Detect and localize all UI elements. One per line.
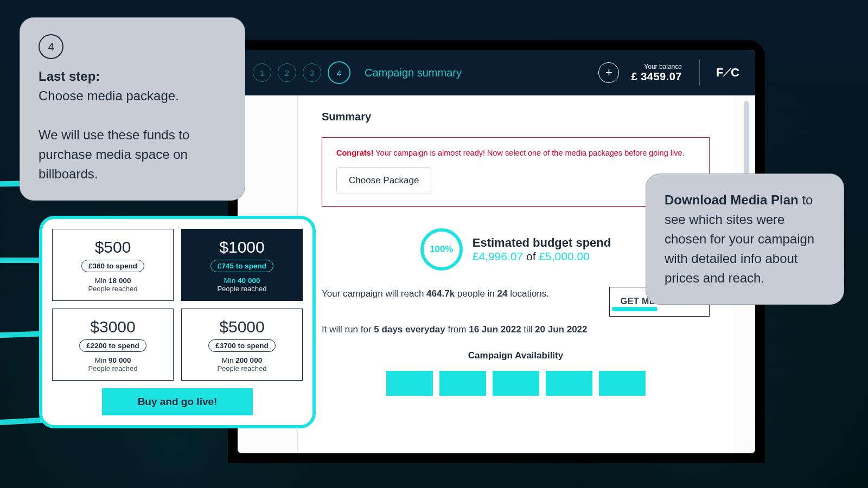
package-reach: Min 90 000 xyxy=(57,356,169,364)
budget-title: Estimated budget spend xyxy=(473,236,611,250)
budget-text: Estimated budget spend £4,996.07 of £5,0… xyxy=(473,236,611,263)
package-option-500[interactable]: $500 £360 to spend Min 18 000 People rea… xyxy=(52,229,174,301)
alert-text: Congrats! Your campaign is almost ready!… xyxy=(336,149,695,157)
choose-package-button[interactable]: Choose Package xyxy=(336,167,431,194)
package-spend: £745 to spend xyxy=(210,260,273,272)
balance-value: £ 3459.07 xyxy=(631,70,681,83)
package-spend: £2200 to spend xyxy=(79,339,146,352)
alert-body: Your campaign is almost ready! Now selec… xyxy=(373,149,684,157)
availability-day xyxy=(546,371,592,396)
text: people in xyxy=(455,288,497,299)
availability-day xyxy=(599,371,646,396)
package-spend: £3700 to spend xyxy=(208,339,276,352)
callout-subtitle: Choose media package. xyxy=(39,88,179,103)
progress-percent: 100% xyxy=(430,244,453,255)
balance-display: Your balance £ 3459.07 xyxy=(631,63,681,83)
run-from: 16 Jun 2022 xyxy=(469,324,521,335)
package-sub: People reached xyxy=(57,285,169,293)
step-title: Campaign summary xyxy=(365,67,462,79)
package-sub: People reached xyxy=(186,364,298,373)
package-reach: Min 200 000 xyxy=(186,356,298,364)
availability-day xyxy=(493,371,539,396)
budget-total: £5,000.00 xyxy=(539,250,589,262)
text: till xyxy=(521,324,535,335)
package-price: $3000 xyxy=(57,318,169,336)
balance-label: Your balance xyxy=(631,63,681,70)
step-indicator-3[interactable]: 3 xyxy=(303,63,321,82)
logo-letter: F xyxy=(716,66,724,80)
package-spend: £360 to spend xyxy=(81,260,144,272)
package-price: $5000 xyxy=(186,318,298,336)
budget-of: of xyxy=(523,250,539,262)
step-indicator-1[interactable]: 1 xyxy=(253,63,271,82)
run-duration: 5 days everyday xyxy=(374,324,445,335)
step-badge: 4 xyxy=(39,34,63,59)
package-sub: People reached xyxy=(186,285,298,293)
brand-logo: F ⁄ C xyxy=(716,66,740,80)
text: Your campaign will reach xyxy=(322,288,426,299)
text: from xyxy=(445,324,469,335)
run-to: 20 Jun 2022 xyxy=(535,324,587,335)
package-price: $500 xyxy=(57,238,169,256)
availability-title: Campaign Availability xyxy=(322,350,710,361)
callout-title: Download Media Plan xyxy=(665,192,799,207)
reach-paragraph: Your campaign will reach 464.7k people i… xyxy=(322,287,593,301)
package-reach: Min 40 000 xyxy=(186,277,298,285)
progress-ring: 100% xyxy=(420,228,463,271)
package-selector: $500 £360 to spend Min 18 000 People rea… xyxy=(39,216,316,428)
availability-day xyxy=(439,371,486,396)
package-option-1000[interactable]: $1000 £745 to spend Min 40 000 People re… xyxy=(181,229,303,301)
package-sub: People reached xyxy=(57,364,169,373)
buy-go-live-button[interactable]: Buy and go live! xyxy=(102,388,252,415)
divider xyxy=(699,60,700,86)
alert-lead: Congrats! xyxy=(336,149,373,157)
availability-blocks xyxy=(322,371,710,396)
logo-letter: C xyxy=(731,66,740,80)
reach-people: 464.7k xyxy=(426,288,455,299)
reach-locations: 24 xyxy=(497,288,508,299)
package-price: $1000 xyxy=(186,238,298,256)
connector-line xyxy=(612,307,658,311)
duration-line: It will run for 5 days everyday from 16 … xyxy=(322,324,710,335)
text: It will run for xyxy=(322,324,374,335)
logo-slash-icon: ⁄ xyxy=(725,66,730,80)
step-indicator-4[interactable]: 4 xyxy=(328,61,350,84)
callout-media-plan: Download Media Plan to see which sites w… xyxy=(646,174,844,305)
package-option-5000[interactable]: $5000 £3700 to spend Min 200 000 People … xyxy=(181,309,303,381)
text: locations. xyxy=(507,288,549,299)
callout-last-step: 4 Last step: Choose media package. We wi… xyxy=(20,17,245,201)
package-option-3000[interactable]: $3000 £2200 to spend Min 90 000 People r… xyxy=(52,309,174,381)
topbar: 1 2 3 4 Campaign summary + Your balance … xyxy=(238,50,755,95)
package-reach: Min 18 000 xyxy=(57,277,169,285)
callout-title: Last step: xyxy=(39,67,226,86)
plus-icon: + xyxy=(605,67,612,79)
callout-body: We will use these funds to purchase medi… xyxy=(39,127,189,181)
availability-day xyxy=(386,371,433,396)
budget-spent: £4,996.07 xyxy=(473,250,523,262)
add-balance-button[interactable]: + xyxy=(598,62,619,83)
step-indicator-2[interactable]: 2 xyxy=(278,63,296,82)
section-heading: Summary xyxy=(322,111,710,123)
